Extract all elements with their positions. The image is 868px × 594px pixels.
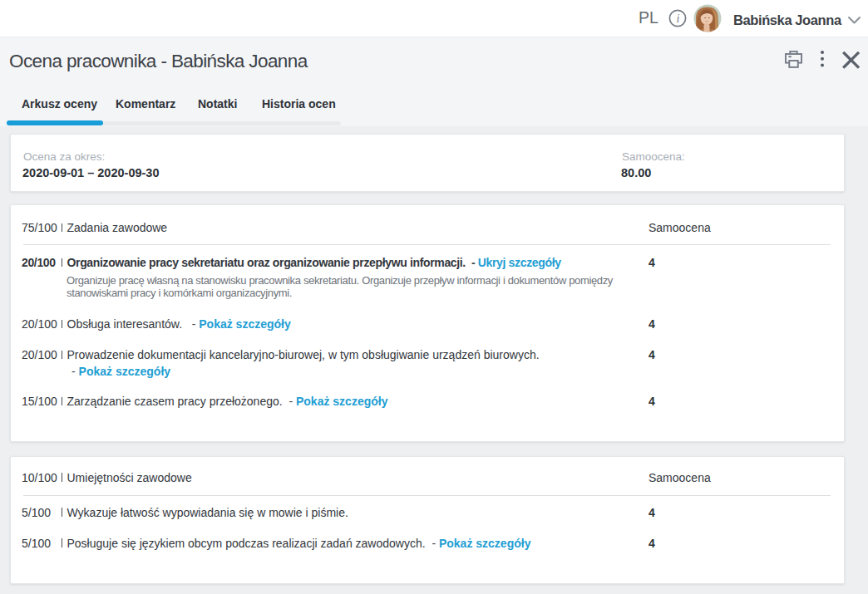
svg-text:i: i xyxy=(677,12,680,25)
